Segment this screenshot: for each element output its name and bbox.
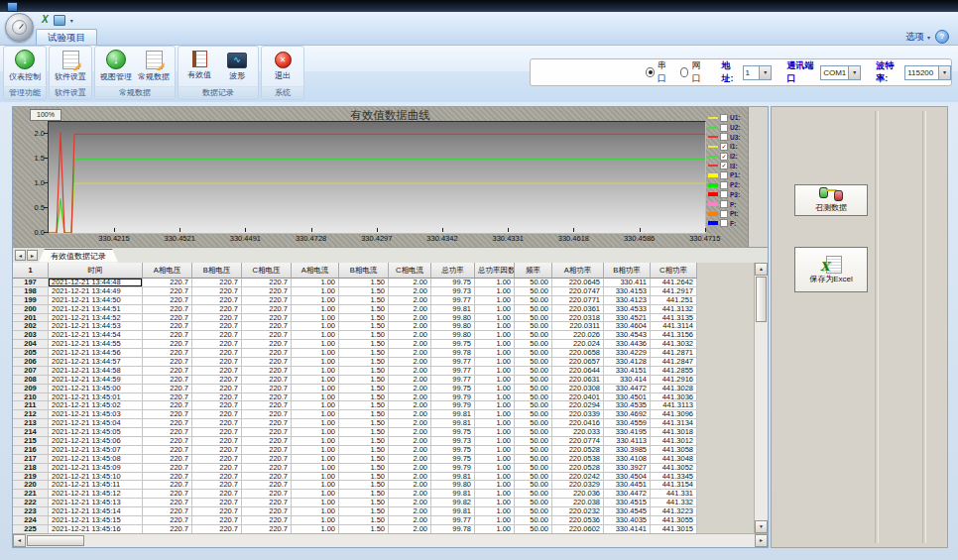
table-cell[interactable]: 50.00 [515, 507, 552, 516]
table-cell[interactable]: 50.00 [515, 428, 552, 437]
table-cell[interactable]: 1.00 [292, 525, 339, 533]
horizontal-scrollbar[interactable]: ◄ ► [13, 533, 768, 547]
table-cell[interactable]: 330.4113 [604, 437, 651, 446]
table-cell[interactable]: 99.77 [431, 296, 475, 305]
table-cell[interactable]: 330.4515 [604, 499, 651, 507]
table-cell[interactable]: 330.4504 [604, 473, 651, 482]
table-cell[interactable]: 441.3015 [651, 525, 697, 533]
table-cell[interactable]: 2021-12-21 13:44:48 [49, 279, 143, 287]
row-number[interactable]: 202 [13, 322, 49, 331]
table-cell[interactable]: 220.7 [242, 446, 292, 455]
table-cell[interactable]: 1.00 [475, 287, 515, 296]
table-cell[interactable]: 2021-12-21 13:45:04 [49, 419, 143, 428]
table-cell[interactable]: 441.2917 [651, 287, 697, 296]
table-cell[interactable]: 220.033 [552, 428, 604, 437]
table-cell[interactable]: 220.0232 [552, 507, 604, 516]
table-cell[interactable]: 220.024 [552, 340, 604, 349]
table-cell[interactable]: 220.7 [143, 401, 192, 410]
table-cell[interactable]: 2.00 [389, 490, 431, 499]
table-cell[interactable]: 220.7 [242, 437, 292, 446]
table-cell[interactable]: 330.4195 [604, 428, 651, 437]
table-cell[interactable]: 441.3132 [651, 305, 697, 314]
table-cell[interactable]: 330.411 [604, 279, 651, 287]
table-cell[interactable]: 2021-12-21 13:45:12 [49, 490, 143, 499]
table-cell[interactable]: 220.7 [192, 419, 242, 428]
table-cell[interactable]: 99.79 [431, 393, 475, 402]
row-number[interactable]: 215 [13, 437, 49, 446]
tab-test-project[interactable]: 试验项目 [36, 29, 97, 45]
app-menu-orb[interactable] [5, 13, 34, 42]
table-cell[interactable]: 441.2916 [651, 376, 697, 385]
table-cell[interactable]: 220.7 [242, 376, 292, 385]
table-cell[interactable]: 1.00 [475, 279, 515, 287]
table-cell[interactable]: 441.3114 [651, 322, 697, 331]
column-header[interactable]: B相电流 [339, 263, 389, 279]
table-cell[interactable]: 220.7 [143, 446, 192, 455]
table-cell[interactable]: 220.0528 [552, 446, 604, 455]
table-cell[interactable]: 1.00 [292, 393, 339, 402]
table-cell[interactable]: 220.0401 [552, 393, 604, 402]
table-cell[interactable]: 220.7 [192, 499, 242, 507]
table-cell[interactable]: 99.80 [431, 481, 475, 490]
table-cell[interactable]: 2.00 [389, 393, 431, 402]
save-excel-button[interactable]: X 保存为Excel [794, 247, 868, 292]
table-cell[interactable]: 50.00 [515, 305, 552, 314]
table-cell[interactable]: 220.7 [192, 314, 242, 323]
row-number[interactable]: 217 [13, 455, 49, 464]
table-cell[interactable]: 1.50 [339, 473, 389, 482]
table-cell[interactable]: 99.79 [431, 401, 475, 410]
row-number[interactable]: 224 [13, 516, 49, 525]
table-cell[interactable]: 1.00 [292, 358, 339, 367]
table-cell[interactable]: 50.00 [515, 455, 552, 464]
table-cell[interactable]: 99.81 [431, 419, 475, 428]
table-cell[interactable]: 330.4535 [604, 401, 651, 410]
table-cell[interactable]: 441.3032 [651, 340, 697, 349]
row-number[interactable]: 200 [13, 305, 49, 314]
table-cell[interactable]: 2021-12-21 13:45:07 [49, 446, 143, 455]
table-cell[interactable]: 220.7 [143, 455, 192, 464]
table-cell[interactable]: 220.7 [143, 376, 192, 385]
table-cell[interactable]: 330.4108 [604, 455, 651, 464]
table-cell[interactable]: 50.00 [515, 279, 552, 287]
table-cell[interactable]: 2.00 [389, 473, 431, 482]
table-cell[interactable]: 220.7 [192, 401, 242, 410]
legend-checkbox[interactable] [720, 200, 728, 208]
table-cell[interactable]: 441.3154 [651, 481, 697, 490]
table-cell[interactable]: 1.50 [339, 401, 389, 410]
table-cell[interactable]: 220.7 [192, 367, 242, 376]
table-cell[interactable]: 99.81 [431, 490, 475, 499]
table-cell[interactable]: 2.00 [389, 525, 431, 533]
table-cell[interactable]: 2021-12-21 13:44:55 [49, 340, 143, 349]
table-cell[interactable]: 220.0658 [552, 349, 604, 358]
table-cell[interactable]: 50.00 [515, 314, 552, 323]
row-number[interactable]: 203 [13, 331, 49, 340]
ribbon-button[interactable]: ↓视图管理 [97, 48, 135, 85]
table-cell[interactable]: 1.00 [475, 437, 515, 446]
table-cell[interactable]: 2021-12-21 13:45:00 [49, 385, 143, 393]
table-cell[interactable]: 441.2642 [651, 279, 697, 287]
table-cell[interactable]: 330.4521 [604, 314, 651, 323]
table-cell[interactable]: 441.3113 [651, 401, 697, 410]
ribbon-button[interactable]: ∿波形 [218, 48, 256, 85]
row-number[interactable]: 210 [13, 393, 49, 402]
table-cell[interactable]: 1.00 [292, 516, 339, 525]
table-cell[interactable]: 220.7 [192, 376, 242, 385]
table-cell[interactable]: 1.00 [475, 473, 515, 482]
scroll-up-button[interactable]: ▲ [755, 263, 768, 276]
table-cell[interactable]: 220.7 [143, 464, 192, 473]
table-cell[interactable]: 220.7 [242, 279, 292, 287]
table-cell[interactable]: 50.00 [515, 464, 552, 473]
table-cell[interactable]: 1.00 [292, 305, 339, 314]
monitor-icon[interactable] [54, 15, 65, 26]
table-cell[interactable]: 1.00 [292, 507, 339, 516]
table-cell[interactable]: 220.7 [242, 525, 292, 533]
table-cell[interactable]: 1.00 [475, 499, 515, 507]
table-cell[interactable]: 220.7 [242, 322, 292, 331]
table-cell[interactable]: 1.00 [475, 358, 515, 367]
table-cell[interactable]: 220.7 [242, 296, 292, 305]
table-cell[interactable]: 2021-12-21 13:45:06 [49, 437, 143, 446]
table-cell[interactable]: 220.7 [192, 287, 242, 296]
table-cell[interactable]: 2021-12-21 13:45:10 [49, 473, 143, 482]
table-cell[interactable]: 1.00 [292, 279, 339, 287]
table-cell[interactable]: 50.00 [515, 385, 552, 393]
